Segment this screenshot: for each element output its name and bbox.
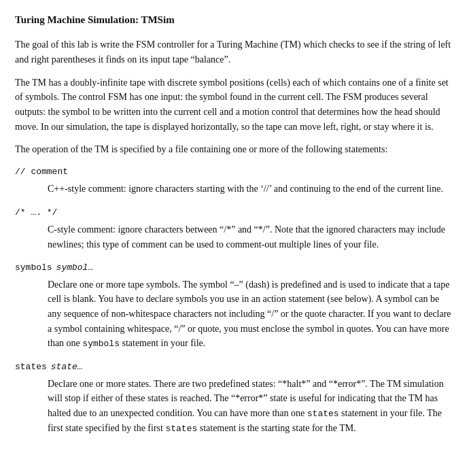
states-header: states state…	[15, 360, 454, 374]
paragraph-2: The TM has a doubly-infinite tape with d…	[15, 75, 454, 135]
comment-multi-desc: C-style comment: ignore characters betwe…	[15, 222, 454, 252]
comment-single-code: // comment	[15, 165, 454, 179]
states-keyword: states	[15, 360, 47, 374]
symbols-header: symbols symbol…	[15, 261, 454, 275]
states-inline-keyword-2: states	[165, 424, 197, 434]
states-inline-keyword-1: states	[307, 409, 339, 419]
symbols-keyword: symbols	[15, 261, 52, 275]
symbols-arg: symbol…	[56, 261, 94, 275]
symbols-section: symbols symbol… Declare one or more tape…	[15, 261, 454, 351]
comment-multi-section: /* …. */ C-style comment: ignore charact…	[15, 206, 454, 252]
comment-single-section: // comment C++-style comment: ignore cha…	[15, 165, 454, 197]
states-arg: state…	[51, 360, 83, 374]
paragraph-1: The goal of this lab is write the FSM co…	[15, 37, 454, 67]
paragraph-3: The operation of the TM is specified by …	[15, 142, 454, 157]
comment-multi-code: /* …. */	[15, 206, 454, 220]
page-title: Turing Machine Simulation: TMSim	[15, 12, 454, 28]
symbols-desc: Declare one or more tape symbols. The sy…	[15, 277, 454, 352]
comment-single-desc: C++-style comment: ignore characters sta…	[15, 182, 454, 197]
states-desc: Declare one or more states. There are tw…	[15, 377, 454, 437]
states-section: states state… Declare one or more states…	[15, 360, 454, 436]
symbols-inline-keyword: symbols	[82, 339, 120, 349]
